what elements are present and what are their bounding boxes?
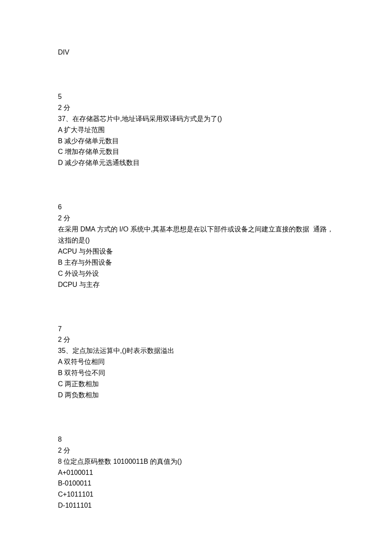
question-5: 5 2 分 37、在存储器芯片中,地址译码采用双译码方式是为了() A 扩大寻址… <box>58 91 337 168</box>
question-6: 6 2 分 在采用 DMA 方式的 I/O 系统中,其基本思想是在以下部件或设备… <box>58 202 337 290</box>
question-number: 6 <box>58 202 337 213</box>
header-div: DIV <box>58 47 337 58</box>
option-a: ACPU 与外围设备 <box>58 246 337 257</box>
option-b: B-0100011 <box>58 478 337 489</box>
question-stem: 35、定点加法运算中,()时表示数据溢出 <box>58 345 337 356</box>
option-a: A 双符号位相同 <box>58 356 337 367</box>
question-8: 8 2 分 8 位定点原码整数 10100011B 的真值为() A+01000… <box>58 434 337 511</box>
question-points: 2 分 <box>58 334 337 345</box>
question-number: 5 <box>58 91 337 102</box>
option-c: C 增加存储单元数目 <box>58 146 337 157</box>
question-stem: 8 位定点原码整数 10100011B 的真值为() <box>58 456 337 467</box>
option-b: B 主存与外围设备 <box>58 257 337 268</box>
option-d: D 两负数相加 <box>58 390 337 401</box>
option-b: B 减少存储单元数目 <box>58 136 337 147</box>
option-a: A+0100011 <box>58 467 337 478</box>
option-d: D 减少存储单元选通线数目 <box>58 157 337 168</box>
option-c: C 两正数相加 <box>58 379 337 390</box>
question-points: 2 分 <box>58 102 337 113</box>
question-stem: 37、在存储器芯片中,地址译码采用双译码方式是为了() <box>58 113 337 124</box>
option-c: C 外设与外设 <box>58 268 337 279</box>
page: DIV 5 2 分 37、在存储器芯片中,地址译码采用双译码方式是为了() A … <box>0 0 392 555</box>
question-number: 8 <box>58 434 337 445</box>
option-b: B 双符号位不同 <box>58 367 337 379</box>
option-c: C+1011101 <box>58 489 337 500</box>
question-stem-line2: 这指的是() <box>58 235 337 246</box>
option-d: DCPU 与主存 <box>58 279 337 290</box>
question-number: 7 <box>58 324 337 335</box>
option-d: D-1011101 <box>58 500 337 511</box>
question-points: 2 分 <box>58 445 337 456</box>
option-a: A 扩大寻址范围 <box>58 124 337 136</box>
question-stem-line1: 在采用 DMA 方式的 I/O 系统中,其基本思想是在以下部件或设备之间建立直接… <box>58 224 337 235</box>
question-7: 7 2 分 35、定点加法运算中,()时表示数据溢出 A 双符号位相同 B 双符… <box>58 324 337 401</box>
question-points: 2 分 <box>58 213 337 224</box>
